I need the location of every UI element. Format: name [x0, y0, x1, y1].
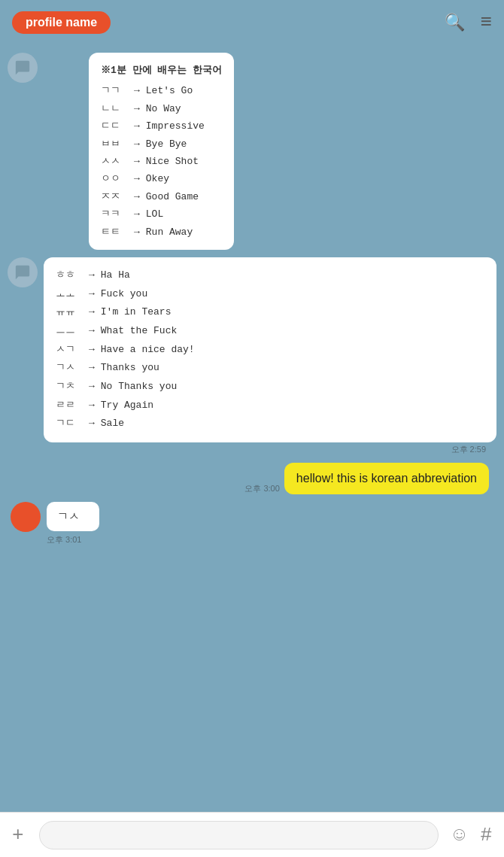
message-card-2: ㅎㅎ→Ha Haㅗㅗ→Fuck youㅠㅠ→I'm in Tearsㅡㅡ→Wha…	[44, 257, 496, 442]
header-left: profile name	[12, 11, 111, 34]
card1-row: ㅂㅂ→Bye Bye	[101, 135, 222, 153]
meaning: No Way	[146, 100, 181, 117]
message-card-1: ※1분 만에 배우는 한국어 ㄱㄱ→Let's Goㄴㄴ→No Wayㄷㄷ→Im…	[89, 53, 234, 250]
yellow-timestamp: 오후 3:00	[244, 483, 279, 494]
card2-row: ㄱㄷ→Sale	[56, 415, 484, 433]
korean-char: ㄹㄹ	[56, 397, 83, 415]
meaning: Try Again	[101, 397, 153, 415]
meaning: No Thanks you	[101, 378, 177, 397]
meaning: LOL	[146, 205, 163, 223]
card2-row: ㄹㄹ→Try Again	[56, 397, 484, 415]
message-input[interactable]	[39, 821, 439, 849]
meaning: Impressive	[146, 117, 205, 135]
input-bar: + ☺ #	[0, 812, 504, 857]
card1-row: ㅈㅈ→Good Game	[101, 188, 222, 205]
card1-row: ㄱㄱ→Let's Go	[101, 82, 222, 99]
hash-button[interactable]: #	[480, 824, 492, 846]
korean-char: ㅡㅡ	[56, 322, 83, 341]
meaning: Fuck you	[101, 285, 147, 304]
korean-char: ㅠㅠ	[56, 303, 83, 322]
plus-button[interactable]: +	[12, 824, 24, 846]
meaning: I'm in Tears	[101, 303, 172, 322]
small-avatar	[11, 502, 41, 532]
small-card-row: ㄱㅅ 오후 3:01	[11, 502, 496, 546]
yellow-bubble: hellow! this is korean abbreviation	[284, 463, 489, 494]
korean-char: ㅎㅎ	[56, 266, 83, 285]
card1-row: ㅌㅌ→Run Away	[101, 223, 222, 241]
meaning: Good Game	[146, 188, 199, 205]
search-icon[interactable]: 🔍	[445, 13, 465, 33]
yellow-message-row: 오후 3:00 hellow! this is korean abbreviat…	[8, 463, 489, 494]
meaning: What the Fuck	[101, 322, 177, 341]
korean-char: ㅂㅂ	[101, 135, 128, 153]
chat-bubble-icon-2	[14, 264, 31, 281]
card2-row: ㄱㅊ→No Thanks you	[56, 378, 484, 397]
korean-char: ㅈㅈ	[101, 188, 128, 205]
profile-name-badge[interactable]: profile name	[12, 11, 111, 34]
meaning: Run Away	[146, 223, 193, 241]
arrow: →	[89, 322, 95, 341]
arrow: →	[134, 117, 140, 135]
arrow: →	[134, 82, 140, 99]
card2-row: ㅎㅎ→Ha Ha	[56, 266, 484, 285]
small-white-card: ㄱㅅ	[47, 502, 99, 531]
meaning: Let's Go	[146, 82, 193, 99]
card2-row: ㄱㅅ→Thanks you	[56, 359, 484, 378]
korean-char: ㅗㅗ	[56, 285, 83, 304]
card1-row: ㅇㅇ→Okey	[101, 170, 222, 187]
korean-char: ㄱㄷ	[56, 415, 83, 433]
chat-area: ※1분 만에 배우는 한국어 ㄱㄱ→Let's Goㄴㄴ→No Wayㄷㄷ→Im…	[0, 45, 504, 546]
card1-row: ㄴㄴ→No Way	[101, 100, 222, 117]
korean-char: ㄴㄴ	[101, 100, 128, 117]
card1-title: ※1분 만에 배우는 한국어	[101, 62, 222, 79]
timestamp-small: 오후 3:01	[47, 534, 99, 546]
timestamp-card2: 오후 2:59	[44, 444, 486, 455]
header-icons: 🔍 ≡	[445, 11, 492, 34]
arrow: →	[89, 266, 95, 285]
korean-char: ㅅㄱ	[56, 341, 83, 360]
meaning: Sale	[101, 415, 124, 433]
card1-row: ㅋㅋ→LOL	[101, 205, 222, 223]
arrow: →	[89, 341, 95, 360]
arrow: →	[89, 397, 95, 415]
korean-char: ㅌㅌ	[101, 223, 128, 241]
korean-char: ㅋㅋ	[101, 205, 128, 223]
message-1-wrapper: ※1분 만에 배우는 한국어 ㄱㄱ→Let's Goㄴㄴ→No Wayㄷㄷ→Im…	[8, 53, 496, 250]
arrow: →	[134, 188, 140, 205]
card2-row: ㅅㄱ→Have a nice day!	[56, 341, 484, 360]
arrow: →	[134, 223, 140, 241]
chat-bubble-icon	[14, 59, 31, 76]
meaning: Thanks you	[101, 359, 159, 378]
card1-row: ㄷㄷ→Impressive	[101, 117, 222, 135]
arrow: →	[89, 359, 95, 378]
arrow: →	[89, 415, 95, 433]
card1-row: ㅅㅅ→Nice Shot	[101, 153, 222, 170]
card1-rows: ㄱㄱ→Let's Goㄴㄴ→No Wayㄷㄷ→Impressiveㅂㅂ→Bye …	[101, 82, 222, 241]
meaning: Have a nice day!	[101, 341, 195, 360]
arrow: →	[134, 170, 140, 187]
meaning: Bye Bye	[146, 135, 187, 153]
arrow: →	[89, 303, 95, 322]
menu-icon[interactable]: ≡	[480, 11, 492, 34]
meaning: Ha Ha	[101, 266, 130, 285]
meaning: Nice Shot	[146, 153, 199, 170]
card2-row: ㅗㅗ→Fuck you	[56, 285, 484, 304]
arrow: →	[89, 378, 95, 397]
arrow: →	[134, 205, 140, 223]
korean-char: ㅅㅅ	[101, 153, 128, 170]
avatar-1	[8, 53, 38, 83]
korean-char: ㄷㄷ	[101, 117, 128, 135]
korean-char: ㄱㅅ	[56, 359, 83, 378]
message-2-wrapper: ㅎㅎ→Ha Haㅗㅗ→Fuck youㅠㅠ→I'm in Tearsㅡㅡ→Wha…	[8, 257, 496, 455]
korean-char: ㅇㅇ	[101, 170, 128, 187]
header: profile name 🔍 ≡	[0, 0, 504, 45]
arrow: →	[134, 100, 140, 117]
arrow: →	[89, 285, 95, 304]
korean-char: ㄱㅊ	[56, 378, 83, 397]
card2-rows: ㅎㅎ→Ha Haㅗㅗ→Fuck youㅠㅠ→I'm in Tearsㅡㅡ→Wha…	[56, 266, 484, 433]
korean-char: ㄱㄱ	[101, 82, 128, 99]
emoji-button[interactable]: ☺	[454, 824, 466, 846]
meaning: Okey	[146, 170, 169, 187]
arrow: →	[134, 135, 140, 153]
card2-row: ㅡㅡ→What the Fuck	[56, 322, 484, 341]
